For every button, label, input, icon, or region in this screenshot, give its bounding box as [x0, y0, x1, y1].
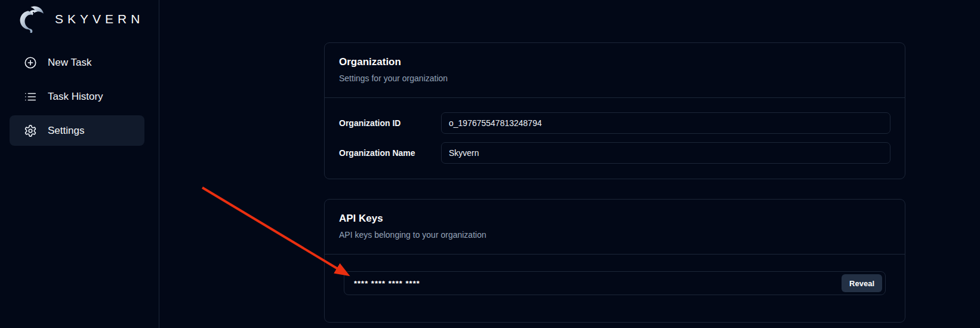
sidebar-nav: New Task Task History Settings [0, 45, 159, 148]
gear-icon [24, 124, 37, 137]
api-keys-card-title: API Keys [339, 213, 890, 225]
organization-card-subtitle: Settings for your organization [339, 73, 890, 83]
reveal-button[interactable]: Reveal [842, 274, 882, 292]
organization-name-label: Organization Name [339, 148, 432, 158]
skyvern-dragon-icon [17, 5, 47, 33]
organization-name-row: Organization Name [339, 142, 890, 164]
sidebar-item-settings[interactable]: Settings [10, 115, 144, 146]
api-keys-card-header: API Keys API keys belonging to your orga… [325, 200, 905, 255]
organization-name-input[interactable] [441, 142, 890, 164]
sidebar-item-new-task[interactable]: New Task [10, 47, 144, 78]
brand-name: SKYVERN [55, 12, 144, 26]
sidebar-item-label: Settings [48, 125, 84, 137]
sidebar: SKYVERN New Task Task History [0, 0, 159, 328]
organization-card-body: Organization ID Organization Name [325, 98, 905, 178]
organization-card-title: Organization [339, 56, 890, 68]
organization-card-header: Organization Settings for your organizat… [325, 43, 905, 98]
sidebar-item-label: New Task [48, 57, 91, 69]
sidebar-item-task-history[interactable]: Task History [10, 81, 144, 112]
organization-id-row: Organization ID [339, 112, 890, 134]
organization-card: Organization Settings for your organizat… [324, 42, 905, 179]
api-key-field: Reveal [344, 271, 886, 295]
api-keys-card-subtitle: API keys belonging to your organization [339, 230, 890, 240]
api-keys-card: API Keys API keys belonging to your orga… [324, 199, 905, 323]
api-key-input[interactable] [344, 272, 842, 295]
organization-id-input[interactable] [441, 112, 890, 134]
skyvern-logo: SKYVERN [0, 0, 159, 35]
plus-circle-icon [24, 56, 37, 69]
list-icon [24, 90, 37, 103]
api-keys-card-body: Reveal [325, 255, 905, 312]
sidebar-item-label: Task History [48, 91, 103, 103]
organization-id-label: Organization ID [339, 118, 432, 128]
